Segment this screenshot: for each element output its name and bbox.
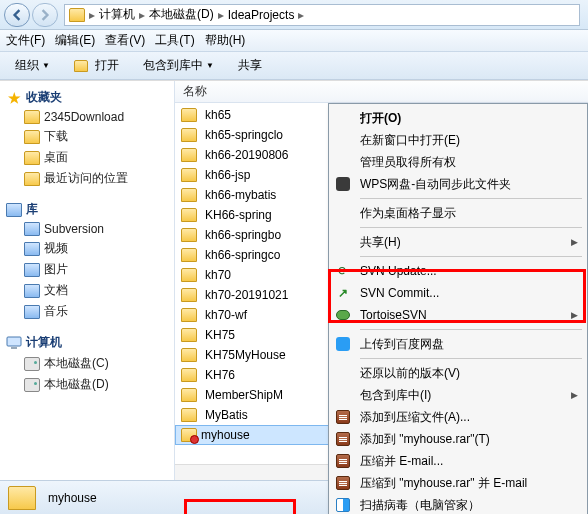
folder-icon <box>181 188 197 202</box>
folder-icon <box>181 128 197 142</box>
back-button[interactable] <box>4 3 30 27</box>
folder-icon <box>181 228 197 242</box>
context-menu-item[interactable]: 压缩并 E-mail... <box>332 450 584 472</box>
svg-rect-0 <box>7 337 21 346</box>
context-menu-item[interactable]: ↗SVN Commit... <box>332 282 584 304</box>
svn-update-icon: ⟳ <box>338 264 348 278</box>
context-menu-item[interactable]: 作为桌面格子显示 <box>332 202 584 224</box>
sidebar-item[interactable]: 音乐 <box>0 301 174 322</box>
context-menu-item[interactable]: ⟳SVN Update... <box>332 260 584 282</box>
menu-view[interactable]: 查看(V) <box>105 32 145 49</box>
share-button[interactable]: 共享 <box>229 54 271 77</box>
tortoise-icon <box>336 310 350 320</box>
folder-icon <box>181 328 197 342</box>
sidebar-item[interactable]: 最近访问的位置 <box>0 168 174 189</box>
crumb-folder[interactable]: IdeaProjects <box>224 8 299 22</box>
computer-group[interactable]: 计算机 <box>0 332 174 353</box>
svg-rect-1 <box>11 347 17 349</box>
context-menu-item[interactable]: 包含到库中(I)▶ <box>332 384 584 406</box>
context-menu-item[interactable]: 打开(O) <box>332 107 584 129</box>
lock-overlay-icon <box>181 428 197 442</box>
library-icon <box>24 305 40 319</box>
status-selected-name: myhouse <box>48 491 97 505</box>
folder-icon <box>74 60 88 72</box>
open-button[interactable]: 打开 <box>65 54 128 77</box>
svn-commit-icon: ↗ <box>338 286 348 300</box>
star-icon: ★ <box>6 90 22 106</box>
context-menu-item[interactable]: 共享(H)▶ <box>332 231 584 253</box>
folder-icon <box>24 130 40 144</box>
menu-separator <box>360 329 582 330</box>
menu-edit[interactable]: 编辑(E) <box>55 32 95 49</box>
context-menu-item[interactable]: 压缩到 "myhouse.rar" 并 E-mail <box>332 472 584 494</box>
sidebar: ★收藏夹 2345Download下载桌面最近访问的位置 库 Subversio… <box>0 81 175 480</box>
context-menu-item[interactable]: 扫描病毒（电脑管家） <box>332 494 584 514</box>
folder-icon <box>24 110 40 124</box>
rar-icon <box>336 432 350 446</box>
library-icon <box>6 202 22 218</box>
toolbar: 组织▼ 打开 包含到库中▼ 共享 <box>0 52 588 80</box>
organize-button[interactable]: 组织▼ <box>6 54 59 77</box>
library-icon <box>24 284 40 298</box>
chevron-right-icon: ▶ <box>571 237 578 247</box>
shield-icon <box>336 498 350 512</box>
context-menu-item[interactable]: 上传到百度网盘 <box>332 333 584 355</box>
menu-file[interactable]: 文件(F) <box>6 32 45 49</box>
crumb-computer[interactable]: 计算机 <box>95 6 139 23</box>
menu-separator <box>360 358 582 359</box>
drive-icon <box>24 378 40 392</box>
menu-bar: 文件(F) 编辑(E) 查看(V) 工具(T) 帮助(H) <box>0 30 588 52</box>
arrow-left-icon <box>11 9 23 21</box>
folder-icon <box>181 368 197 382</box>
context-menu: 打开(O)在新窗口中打开(E)管理员取得所有权WPS网盘-自动同步此文件夹作为桌… <box>328 103 588 514</box>
address-bar: ▸ 计算机 ▸ 本地磁盘(D) ▸ IdeaProjects ▸ <box>0 0 588 30</box>
library-icon <box>24 222 40 236</box>
folder-icon <box>24 151 40 165</box>
arrow-right-icon <box>39 9 51 21</box>
menu-tools[interactable]: 工具(T) <box>155 32 194 49</box>
breadcrumb[interactable]: ▸ 计算机 ▸ 本地磁盘(D) ▸ IdeaProjects ▸ <box>64 4 580 26</box>
context-menu-item[interactable]: TortoiseSVN▶ <box>332 304 584 326</box>
folder-icon <box>181 408 197 422</box>
sidebar-item[interactable]: 文档 <box>0 280 174 301</box>
context-menu-item[interactable]: 在新窗口中打开(E) <box>332 129 584 151</box>
sidebar-item[interactable]: 2345Download <box>0 108 174 126</box>
sidebar-item[interactable]: 桌面 <box>0 147 174 168</box>
sidebar-item[interactable]: 本地磁盘(C) <box>0 353 174 374</box>
rar-icon <box>336 476 350 490</box>
context-menu-item[interactable]: WPS网盘-自动同步此文件夹 <box>332 173 584 195</box>
context-menu-item[interactable]: 还原以前的版本(V) <box>332 362 584 384</box>
sidebar-item[interactable]: 下载 <box>0 126 174 147</box>
folder-icon <box>181 348 197 362</box>
menu-separator <box>360 227 582 228</box>
context-menu-item[interactable]: 添加到压缩文件(A)... <box>332 406 584 428</box>
folder-icon <box>181 208 197 222</box>
menu-separator <box>360 198 582 199</box>
sidebar-item[interactable]: 图片 <box>0 259 174 280</box>
folder-icon <box>69 8 85 22</box>
sidebar-item[interactable]: 本地磁盘(D) <box>0 374 174 395</box>
crumb-drive[interactable]: 本地磁盘(D) <box>145 6 218 23</box>
menu-separator <box>360 256 582 257</box>
computer-icon <box>6 335 22 351</box>
favorites-group[interactable]: ★收藏夹 <box>0 87 174 108</box>
chevron-down-icon: ▼ <box>206 61 214 70</box>
sidebar-item[interactable]: 视频 <box>0 238 174 259</box>
context-menu-item[interactable]: 管理员取得所有权 <box>332 151 584 173</box>
folder-icon <box>181 168 197 182</box>
folder-icon <box>181 308 197 322</box>
libraries-group[interactable]: 库 <box>0 199 174 220</box>
chevron-right-icon: ▶ <box>571 390 578 400</box>
context-menu-item[interactable]: 添加到 "myhouse.rar"(T) <box>332 428 584 450</box>
baidu-icon <box>336 337 350 351</box>
menu-help[interactable]: 帮助(H) <box>205 32 246 49</box>
include-in-library-button[interactable]: 包含到库中▼ <box>134 54 223 77</box>
forward-button[interactable] <box>32 3 58 27</box>
rar-icon <box>336 410 350 424</box>
folder-icon <box>181 268 197 282</box>
folder-icon <box>8 486 36 510</box>
sidebar-item[interactable]: Subversion <box>0 220 174 238</box>
rar-icon <box>336 454 350 468</box>
chevron-right-icon: ▶ <box>571 310 578 320</box>
column-header-name[interactable]: 名称 <box>175 81 588 103</box>
